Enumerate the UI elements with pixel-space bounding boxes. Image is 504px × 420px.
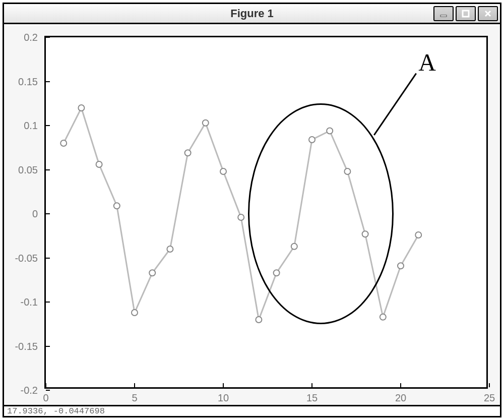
data-point-marker <box>398 263 404 269</box>
svg-rect-0 <box>440 15 447 17</box>
minimize-button[interactable] <box>433 6 454 21</box>
data-point-marker <box>114 203 120 209</box>
data-point-marker <box>380 314 386 320</box>
svg-rect-1 <box>463 11 469 17</box>
y-tick-label: -0.05 <box>15 252 38 264</box>
y-tick-label: -0.15 <box>15 340 38 352</box>
figure-content: 0510152025-0.2-0.15-0.1-0.0500.050.10.15… <box>4 26 500 406</box>
y-tick-label: -0.1 <box>21 296 38 308</box>
data-point-marker <box>132 310 138 316</box>
annotation-circle <box>248 103 394 324</box>
data-point-marker <box>149 270 155 276</box>
data-point-marker <box>415 232 421 238</box>
data-point-marker <box>78 105 84 111</box>
data-point-marker <box>167 246 173 252</box>
figure-window: Figure 1 0510152025-0.2-0.15-0.1-0.0500.… <box>3 3 501 417</box>
y-tick-label: 0.2 <box>24 32 38 43</box>
status-bar: 17.9336, -0.0447698 <box>4 405 500 416</box>
annotation-label: A <box>418 48 436 76</box>
cursor-coordinates: 17.9336, -0.0447698 <box>7 406 105 416</box>
maximize-button[interactable] <box>456 6 476 21</box>
y-tick-label: 0.1 <box>24 120 38 132</box>
data-point-marker <box>238 214 244 220</box>
x-tick-label: 10 <box>218 392 229 404</box>
data-point-marker <box>256 317 262 323</box>
y-tick-label: 0.15 <box>18 76 38 87</box>
x-tick-label: 0 <box>43 392 48 404</box>
plot-axes[interactable]: 0510152025-0.2-0.15-0.1-0.0500.050.10.15… <box>44 36 488 389</box>
data-point-marker <box>60 140 67 146</box>
y-tick-label: -0.2 <box>21 385 38 396</box>
maximize-icon <box>462 10 470 18</box>
window-controls <box>433 6 498 22</box>
close-button[interactable] <box>478 6 498 21</box>
window-title: Figure 1 <box>230 7 274 20</box>
data-point-marker <box>185 150 191 156</box>
data-point-marker <box>220 168 226 174</box>
x-tick-label: 20 <box>395 392 406 404</box>
y-tick-label: 0.05 <box>18 164 38 175</box>
close-icon <box>484 10 492 18</box>
x-tick-label: 5 <box>132 392 137 404</box>
x-tick-label: 15 <box>306 392 318 404</box>
minimize-icon <box>439 10 448 18</box>
data-point-marker <box>203 120 209 126</box>
titlebar: Figure 1 <box>4 4 500 24</box>
data-point-marker <box>96 161 102 167</box>
x-tick-label: 25 <box>484 392 495 404</box>
y-tick-label: 0 <box>32 208 38 220</box>
